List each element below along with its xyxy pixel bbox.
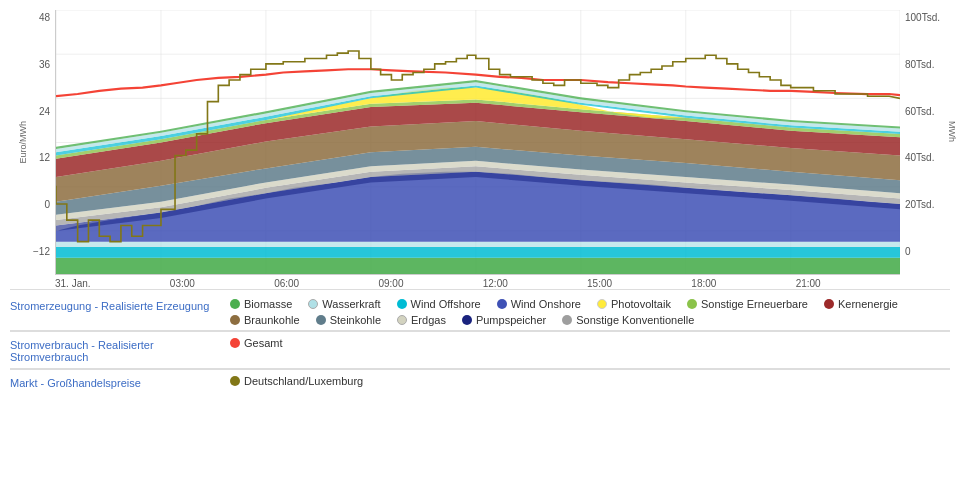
legend-markt: Markt - Großhandelspreise Deutschland/Lu… — [10, 369, 950, 393]
x-tick-12: 12:00 — [483, 278, 508, 289]
photovoltaik-label: Photovoltaik — [611, 298, 671, 310]
kernenergie-dot — [824, 299, 834, 309]
x-axis: 31. Jan. 03:00 06:00 09:00 12:00 15:00 1… — [55, 275, 900, 289]
legend-items-1: Biomasse Wasserkraft Wind Offshore Wind … — [230, 298, 950, 326]
legend-item-wasserkraft: Wasserkraft — [308, 298, 380, 310]
pumpspeicher-label: Pumpspeicher — [476, 314, 546, 326]
legend-item-erdgas: Erdgas — [397, 314, 446, 326]
y-axis-left: Euro/MWh 48 36 24 12 0 −12 — [10, 10, 55, 275]
y-right-tick-0: 0 — [905, 246, 911, 257]
svg-marker-16 — [56, 258, 900, 274]
steinkohle-label: Steinkohle — [330, 314, 381, 326]
legend-title-1: Stromerzeugung - Realisierte Erzeugung — [10, 298, 230, 312]
braunkohle-dot — [230, 315, 240, 325]
wind-onshore-dot — [497, 299, 507, 309]
sonstige-konventionelle-label: Sonstige Konventionelle — [576, 314, 694, 326]
chart-svg — [56, 10, 900, 274]
legend-item-wind-onshore: Wind Onshore — [497, 298, 581, 310]
sonstige-erneuerbare-label: Sonstige Erneuerbare — [701, 298, 808, 310]
x-tick-6: 06:00 — [274, 278, 299, 289]
x-tick-21: 21:00 — [796, 278, 821, 289]
y-right-tick-40: 40Tsd. — [905, 152, 934, 163]
braunkohle-label: Braunkohle — [244, 314, 300, 326]
wasserkraft-dot — [308, 299, 318, 309]
y-axis-right: MWh 100Tsd. 80Tsd. 60Tsd. 40Tsd. 20Tsd. … — [900, 10, 950, 275]
sonstige-konventionelle-dot — [562, 315, 572, 325]
biomasse-dot — [230, 299, 240, 309]
x-tick-18: 18:00 — [691, 278, 716, 289]
erdgas-dot — [397, 315, 407, 325]
gesamt-dot — [230, 338, 240, 348]
chart-wrapper — [55, 10, 900, 275]
wind-offshore-label: Wind Offshore — [411, 298, 481, 310]
legend-item-sonstige-konventionelle: Sonstige Konventionelle — [562, 314, 694, 326]
erdgas-label: Erdgas — [411, 314, 446, 326]
legend-item-pumpspeicher: Pumpspeicher — [462, 314, 546, 326]
y-tick-24: 24 — [39, 106, 50, 117]
sonstige-erneuerbare-dot — [687, 299, 697, 309]
main-container: Euro/MWh 48 36 24 12 0 −12 — [0, 0, 960, 500]
deutschland-dot — [230, 376, 240, 386]
legend-stromverbrauch: Stromverbrauch - Realisierter Stromverbr… — [10, 331, 950, 368]
legend-item-steinkohle: Steinkohle — [316, 314, 381, 326]
biomasse-label: Biomasse — [244, 298, 292, 310]
wind-offshore-dot — [397, 299, 407, 309]
steinkohle-dot — [316, 315, 326, 325]
legend-stromerzeugung: Stromerzeugung - Realisierte Erzeugung B… — [10, 289, 950, 330]
y-tick-48: 48 — [39, 12, 50, 23]
wind-onshore-label: Wind Onshore — [511, 298, 581, 310]
y-tick-0: 0 — [44, 199, 50, 210]
y-tick-neg12: −12 — [33, 246, 50, 257]
x-tick-9: 09:00 — [378, 278, 403, 289]
y-right-tick-60: 60Tsd. — [905, 106, 934, 117]
kernenergie-label: Kernenergie — [838, 298, 898, 310]
legend-item-deutschland: Deutschland/Luxemburg — [230, 375, 363, 387]
legend-title-3: Markt - Großhandelspreise — [10, 375, 230, 389]
legend-item-braunkohle: Braunkohle — [230, 314, 300, 326]
y-right-tick-80: 80Tsd. — [905, 59, 934, 70]
svg-marker-17 — [56, 247, 900, 258]
legend-item-sonstige-erneuerbare: Sonstige Erneuerbare — [687, 298, 808, 310]
legend-item-photovoltaik: Photovoltaik — [597, 298, 671, 310]
legend-item-biomasse: Biomasse — [230, 298, 292, 310]
deutschland-label: Deutschland/Luxemburg — [244, 375, 363, 387]
x-tick-0: 31. Jan. — [55, 278, 91, 289]
chart-area: Euro/MWh 48 36 24 12 0 −12 — [10, 10, 950, 275]
pumpspeicher-dot — [462, 315, 472, 325]
y-right-tick-20: 20Tsd. — [905, 199, 934, 210]
legend-item-wind-offshore: Wind Offshore — [397, 298, 481, 310]
legend-title-2: Stromverbrauch - Realisierter Stromverbr… — [10, 337, 230, 363]
y-left-label: Euro/MWh — [18, 121, 28, 164]
y-tick-36: 36 — [39, 59, 50, 70]
x-tick-3: 03:00 — [170, 278, 195, 289]
wasserkraft-label: Wasserkraft — [322, 298, 380, 310]
legend-item-kernenergie: Kernenergie — [824, 298, 898, 310]
y-right-label: MWh — [947, 121, 957, 142]
legend-items-2: Gesamt — [230, 337, 950, 349]
x-tick-15: 15:00 — [587, 278, 612, 289]
legend-items-3: Deutschland/Luxemburg — [230, 375, 950, 387]
photovoltaik-dot — [597, 299, 607, 309]
y-tick-12: 12 — [39, 152, 50, 163]
y-right-tick-100: 100Tsd. — [905, 12, 940, 23]
svg-marker-18 — [56, 242, 900, 247]
gesamt-label: Gesamt — [244, 337, 283, 349]
legend-item-gesamt: Gesamt — [230, 337, 283, 349]
